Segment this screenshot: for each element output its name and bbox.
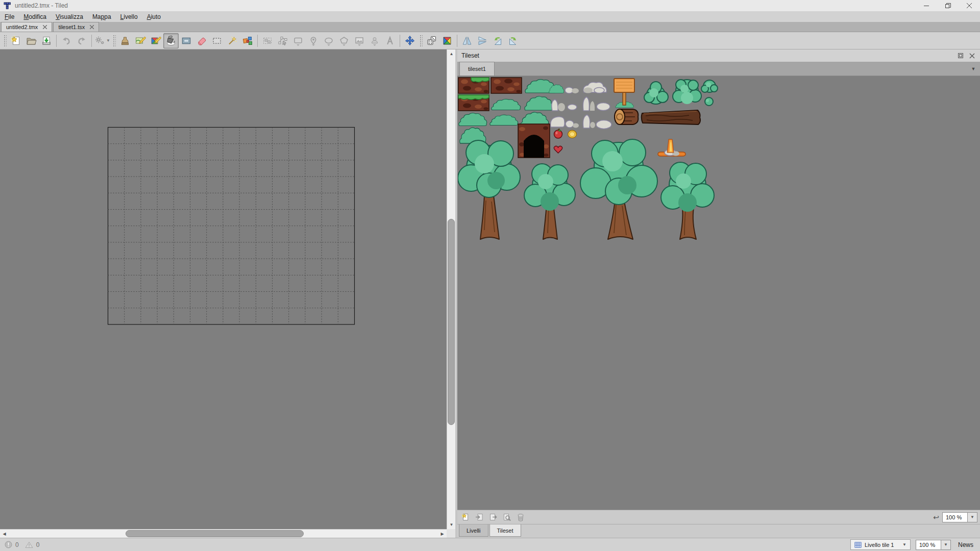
tileset-tab-list-icon[interactable]: ▼	[968, 64, 978, 74]
tile-stone-small[interactable]	[568, 105, 577, 110]
toolbar-grip[interactable]	[112, 34, 116, 47]
tile-bush-wide[interactable]	[459, 113, 487, 126]
toolbar-grip[interactable]	[3, 34, 7, 47]
map-zoom-value[interactable]: 100 %	[916, 540, 941, 550]
tileset-zoom-value[interactable]: 100 %	[942, 512, 968, 522]
tile-bush-mini[interactable]	[701, 80, 718, 92]
tile-rock-cluster[interactable]	[583, 82, 606, 93]
tile-tree-large-4[interactable]	[661, 162, 714, 239]
tile-sign[interactable]	[614, 79, 634, 108]
menu-mappa[interactable]: Mappa	[88, 12, 116, 21]
menu-modifica[interactable]: Modifica	[19, 12, 51, 21]
new-map-button[interactable]	[8, 33, 23, 48]
tile-bush-tiny[interactable]	[705, 97, 713, 106]
eraser-button[interactable]	[194, 33, 209, 48]
tile-dirt[interactable]	[491, 78, 522, 93]
map-zoom-dropdown[interactable]: ▼	[941, 540, 951, 550]
scroll-up-icon[interactable]: ▲	[447, 49, 455, 58]
tile-rocks-pair[interactable]	[565, 87, 579, 93]
tile-treetop[interactable]	[673, 80, 701, 104]
tileset-zoom-dropdown[interactable]: ▼	[968, 512, 977, 522]
dock-title-bar[interactable]: Tileset	[457, 49, 980, 62]
tile-log-cylinder[interactable]	[615, 109, 638, 124]
dock-tab-tileset[interactable]: Tileset	[489, 524, 521, 537]
menu-file[interactable]: File	[0, 12, 19, 21]
tile-apple[interactable]	[554, 129, 562, 138]
scroll-left-icon[interactable]: ◀	[0, 530, 9, 538]
rotate-left-button[interactable]	[490, 33, 505, 48]
tile-rock-tall[interactable]	[583, 97, 595, 111]
tile-tree-large-3[interactable]	[580, 139, 657, 239]
tileset-image[interactable]	[458, 77, 719, 241]
tile-fire[interactable]	[658, 139, 685, 156]
tab-untitled2[interactable]: untitled2.tmx	[1, 22, 52, 32]
rotate-right-button[interactable]	[505, 33, 521, 48]
highlight-layer-select[interactable]: Livello tile 1 ▼	[850, 539, 911, 550]
tile-dirt-grass-corner[interactable]	[458, 78, 489, 93]
map-canvas-grid[interactable]	[107, 127, 355, 325]
tile-heart[interactable]	[554, 146, 562, 153]
horizontal-scrollbar-thumb[interactable]	[126, 530, 304, 537]
restore-button[interactable]	[937, 0, 959, 11]
close-tab-icon[interactable]	[90, 25, 94, 29]
tile-cave-entrance[interactable]	[518, 124, 550, 158]
flip-horizontal-button[interactable]	[459, 33, 475, 48]
tile-log-long[interactable]	[642, 110, 700, 124]
tile-stones-group[interactable]	[552, 99, 565, 111]
dock-float-button[interactable]	[957, 52, 965, 60]
scroll-down-icon[interactable]: ▼	[447, 520, 455, 529]
open-file-button[interactable]	[23, 33, 39, 48]
terrain-brush-button[interactable]	[133, 33, 148, 48]
terrain-colors-button[interactable]	[439, 33, 455, 48]
tileset-tab[interactable]: tileset1	[459, 62, 495, 76]
new-tileset-button[interactable]	[460, 512, 471, 523]
vertical-scrollbar[interactable]: ▲ ▼	[447, 49, 455, 529]
embed-tileset-button[interactable]	[474, 512, 485, 523]
tile-dirt-grass-top[interactable]	[458, 95, 489, 111]
close-tab-icon[interactable]	[43, 25, 47, 29]
tile-bush-wide[interactable]	[525, 96, 554, 110]
shape-fill-button[interactable]	[179, 33, 194, 48]
rectangular-select-button[interactable]	[209, 33, 225, 48]
tile-tree-large-1[interactable]	[458, 140, 520, 239]
flip-vertical-button[interactable]	[475, 33, 490, 48]
tile-white-rock-round[interactable]	[596, 120, 611, 129]
remove-tileset-button[interactable]	[515, 512, 526, 523]
minimize-button[interactable]	[916, 0, 937, 11]
tile-bush-round[interactable]	[644, 82, 668, 104]
stamp-brush-button[interactable]	[117, 33, 133, 48]
tileset-view[interactable]	[457, 76, 980, 510]
dock-tab-livelli[interactable]: Livelli	[459, 524, 488, 537]
tile-white-rocks-group[interactable]	[551, 117, 579, 128]
bucket-fill-button[interactable]	[163, 33, 179, 48]
wrap-tiles-icon[interactable]: ↩	[933, 513, 939, 521]
wang-brush-button[interactable]	[148, 33, 163, 48]
horizontal-scrollbar[interactable]: ◀ ▶	[0, 529, 447, 538]
toolbar-grip[interactable]	[419, 34, 423, 47]
save-button[interactable]	[39, 33, 54, 48]
dock-close-button[interactable]	[968, 52, 976, 60]
tile-coin[interactable]	[568, 131, 577, 138]
tile-tree-large-2[interactable]	[524, 164, 575, 239]
move-tool-button[interactable]	[402, 33, 418, 48]
menu-livello[interactable]: Livello	[116, 12, 142, 21]
tile-white-rock-tall[interactable]	[583, 115, 595, 128]
menu-aiuto[interactable]: Aiuto	[142, 12, 165, 21]
menu-visualizza[interactable]: Visualizza	[51, 12, 88, 21]
news-link[interactable]: News	[956, 541, 975, 548]
map-zoom-combo[interactable]: 100 % ▼	[916, 540, 951, 550]
tab-tileset1[interactable]: tileset1.tsx	[53, 22, 99, 32]
export-tileset-button[interactable]	[487, 512, 499, 523]
tile-stone-round[interactable]	[597, 103, 610, 111]
edit-tileset-button[interactable]	[501, 512, 512, 523]
scroll-right-icon[interactable]: ▶	[438, 530, 447, 538]
same-tile-select-button[interactable]	[240, 33, 255, 48]
random-mode-button[interactable]	[424, 33, 439, 48]
close-button[interactable]	[959, 0, 980, 11]
vertical-scrollbar-thumb[interactable]	[448, 219, 455, 425]
tileset-zoom-combo[interactable]: 100 % ▼	[942, 512, 977, 522]
magic-wand-button[interactable]	[225, 33, 240, 48]
map-view[interactable]: ▲ ▼ ◀ ▶	[0, 49, 455, 538]
tile-bush-wide[interactable]	[492, 99, 521, 110]
tile-bush-wide[interactable]	[490, 115, 518, 125]
